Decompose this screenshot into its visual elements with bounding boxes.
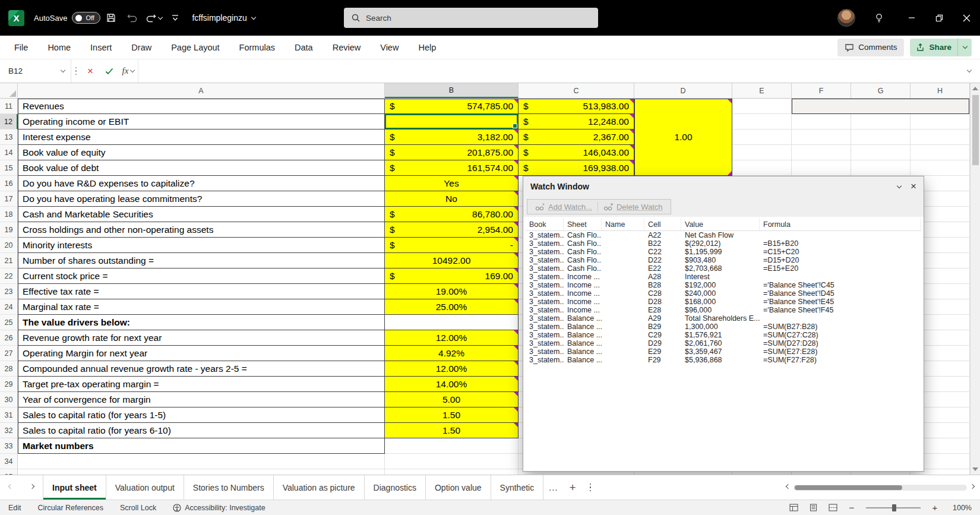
cell-B27[interactable]: 4.92% <box>385 346 519 361</box>
row-header-29[interactable]: 29 <box>0 377 18 392</box>
cell-B30[interactable]: 5.00 <box>385 392 519 407</box>
cell-A16[interactable]: Do you have R&D expenses to capitalize? <box>18 176 385 191</box>
cell-B19[interactable]: $2,954.00 <box>385 222 519 238</box>
ribbon-tab-view[interactable]: View <box>380 43 399 52</box>
row-header-34[interactable]: 34 <box>0 454 18 469</box>
cell-G14[interactable] <box>851 145 911 160</box>
cell-H15[interactable] <box>911 160 970 176</box>
cell-A29[interactable]: Target pre-tax operating margin = <box>18 377 385 392</box>
cell-E12[interactable] <box>732 114 792 129</box>
tell-me-button[interactable] <box>868 7 890 29</box>
cell-B13[interactable]: $3,182.00 <box>385 129 519 145</box>
row-header-23[interactable]: 23 <box>0 284 18 299</box>
cell-E13[interactable] <box>732 129 792 145</box>
row-header-14[interactable]: 14 <box>0 145 18 160</box>
row-header-13[interactable]: 13 <box>0 129 18 145</box>
cell-B31[interactable]: 1.50 <box>385 407 519 423</box>
cell-C15[interactable]: $169,938.00 <box>519 160 634 176</box>
watch-row[interactable]: 3_statem...Income ...C28$240,000='Balanc… <box>526 289 921 298</box>
row-header-27[interactable]: 27 <box>0 346 18 361</box>
add-watch-button[interactable]: Add Watch... <box>530 203 598 211</box>
cell-A27[interactable]: Operating Margin for next year <box>18 346 385 361</box>
cell-B28[interactable]: 12.00% <box>385 361 519 377</box>
cell-A21[interactable]: Number of shares outstanding = <box>18 253 385 268</box>
row-header-22[interactable]: 22 <box>0 268 18 284</box>
share-main[interactable]: Share <box>910 39 957 56</box>
sheet-tab-input-sheet[interactable]: Input sheet <box>43 475 106 500</box>
customize-quick-access-button[interactable] <box>165 7 186 29</box>
sheet-nav-right[interactable] <box>21 475 43 500</box>
cell-B22[interactable]: $169.00 <box>385 268 519 284</box>
zoom-slider-thumb[interactable] <box>892 504 896 511</box>
share-dropdown[interactable] <box>957 39 972 56</box>
row-header-26[interactable]: 26 <box>0 330 18 346</box>
cell-B20[interactable]: $- <box>385 238 519 253</box>
watch-row[interactable]: 3_statem...Balance ...F29$5,936,868=SUM(… <box>526 356 921 364</box>
cell-B11[interactable]: $574,785.00 <box>385 99 519 114</box>
watch-window-titlebar[interactable]: Watch Window × <box>523 176 924 197</box>
bordered-range-F11-H11[interactable] <box>792 99 969 114</box>
watch-row[interactable]: 3_statem...Income ...A28Interest <box>526 273 921 281</box>
row-header-32[interactable]: 32 <box>0 423 18 438</box>
row-header-20[interactable]: 20 <box>0 238 18 253</box>
watch-column-header-formula[interactable]: Formula <box>760 218 921 230</box>
cell-A12[interactable]: Operating income or EBIT <box>18 114 385 129</box>
watch-row[interactable]: 3_statem...Balance ...C29$1,576,921=SUM(… <box>526 331 921 339</box>
account-avatar[interactable] <box>837 9 855 27</box>
ribbon-tab-data[interactable]: Data <box>295 43 313 52</box>
cell-G15[interactable] <box>851 160 911 176</box>
cancel-entry-button[interactable]: × <box>81 59 100 83</box>
watch-row[interactable]: 3_statem...Cash Flo...C22$1,195,999=C15+… <box>526 248 921 256</box>
close-button[interactable] <box>953 0 980 36</box>
cell-A14[interactable]: Book value of equity <box>18 145 385 160</box>
column-header-B[interactable]: B <box>385 83 519 98</box>
watch-column-header-value[interactable]: Value <box>681 218 760 230</box>
cell-B15[interactable]: $161,574.00 <box>385 160 519 176</box>
row-header-19[interactable]: 19 <box>0 222 18 238</box>
watch-column-header-cell[interactable]: Cell <box>644 218 681 230</box>
row-header-12[interactable]: 12 <box>0 114 18 129</box>
cell-A25[interactable]: The value drivers below: <box>18 315 385 330</box>
sheet-overflow-button[interactable]: … <box>543 475 562 500</box>
cell-A20[interactable]: Minority interests <box>18 238 385 253</box>
ribbon-tab-home[interactable]: Home <box>48 43 71 52</box>
sheet-tab-valuation-output[interactable]: Valuation output <box>106 475 184 500</box>
cell-H12[interactable] <box>911 114 970 129</box>
cell-A18[interactable]: Cash and Marketable Securities <box>18 207 385 222</box>
column-header-A[interactable]: A <box>18 83 385 98</box>
sheet-options-button[interactable] <box>583 475 598 500</box>
sheet-tab-diagnostics[interactable]: Diagnostics <box>365 475 426 500</box>
watch-row[interactable]: 3_statem...Balance ...D29$2,061,760=SUM(… <box>526 339 921 347</box>
cell-E11[interactable] <box>732 99 792 114</box>
ribbon-tab-page-layout[interactable]: Page Layout <box>171 43 219 52</box>
autosave-toggle[interactable]: Off <box>72 12 100 24</box>
ribbon-tab-file[interactable]: File <box>14 43 28 52</box>
share-button[interactable]: Share <box>910 39 972 56</box>
cell-F13[interactable] <box>792 129 851 145</box>
formula-bar-handle[interactable] <box>71 59 81 83</box>
watch-column-header-name[interactable]: Name <box>602 218 644 230</box>
name-box[interactable]: B12 <box>0 59 71 83</box>
row-header-30[interactable]: 30 <box>0 392 18 407</box>
row-header-15[interactable]: 15 <box>0 160 18 176</box>
excel-app-icon[interactable]: X <box>8 10 24 26</box>
comments-button[interactable]: Comments <box>837 39 904 56</box>
row-header-11[interactable]: 11 <box>0 99 18 114</box>
ribbon-tab-formulas[interactable]: Formulas <box>239 43 275 52</box>
horizontal-scroll-track[interactable] <box>794 485 967 491</box>
cell-F12[interactable] <box>792 114 851 129</box>
cell-A35[interactable] <box>18 469 385 475</box>
expand-formula-bar-button[interactable] <box>959 59 980 83</box>
cell-A26[interactable]: Revenue growth rate for next year <box>18 330 385 346</box>
row-header-21[interactable]: 21 <box>0 253 18 268</box>
cell-A28[interactable]: Compounded annual revenue growth rate - … <box>18 361 385 377</box>
hscroll-left-icon[interactable] <box>786 484 791 489</box>
cell-F14[interactable] <box>792 145 851 160</box>
cell-F15[interactable] <box>792 160 851 176</box>
scroll-up-icon[interactable] <box>972 87 978 90</box>
cell-C12[interactable]: $12,248.00 <box>519 114 634 129</box>
restore-button[interactable] <box>925 0 953 36</box>
normal-view-icon[interactable] <box>789 504 798 511</box>
cell-E15[interactable] <box>732 160 792 176</box>
cell-A34[interactable] <box>18 454 385 469</box>
